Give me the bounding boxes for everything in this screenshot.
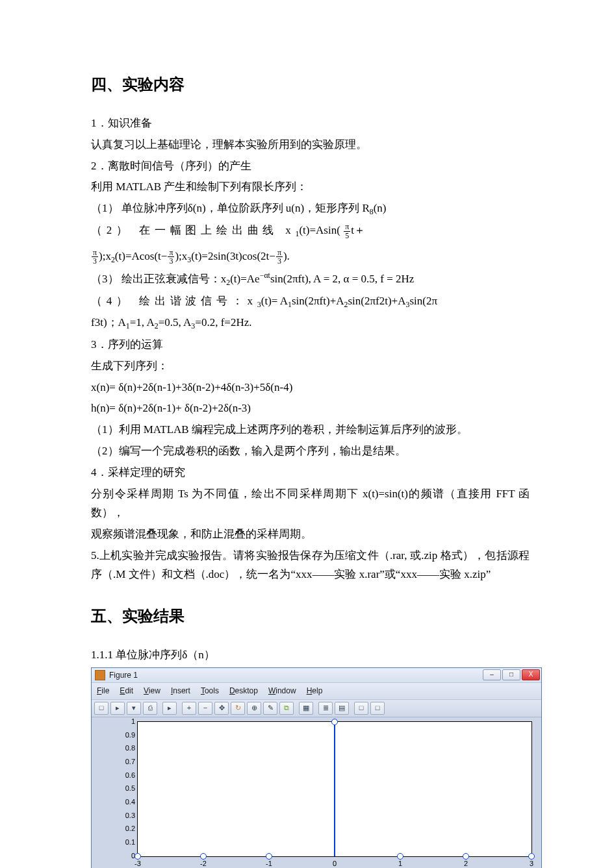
stem-marker (200, 853, 207, 860)
separator (315, 702, 316, 713)
legend-icon[interactable]: ≣ (318, 702, 333, 715)
colorbar-icon[interactable]: ▦ (299, 702, 313, 715)
zoom-out-icon[interactable]: − (198, 702, 212, 715)
menu-help[interactable]: Help (307, 684, 323, 697)
maximize-button[interactable]: □ (502, 669, 520, 680)
pan-icon[interactable]: ✥ (214, 702, 229, 715)
menu-window[interactable]: Window (268, 684, 296, 697)
stem-marker (266, 853, 272, 860)
stem-marker (463, 853, 469, 860)
y-tick-label: 1 (131, 715, 138, 728)
stem-marker (331, 719, 338, 725)
text: 1．知识准备 (91, 114, 530, 133)
y-tick-label: 0.9 (125, 729, 138, 741)
link-icon[interactable]: ⧉ (279, 702, 294, 715)
toolbar: □ ▸ ▾ ⎙ ▸ + − ✥ ↻ ⊕ ✎ ⧉ ▦ ≣ ▤ □ □ (92, 700, 541, 717)
window-titlebar[interactable]: Figure 1 – □ X (92, 668, 541, 683)
y-tick-label: 0.3 (125, 810, 138, 822)
text: h(n)= δ(n)+2δ(n-1)+ δ(n-2)+2δ(n-3) (91, 399, 530, 418)
menu-tools[interactable]: Tools (201, 684, 219, 697)
item-3: （3） 绘出正弦衰减信号：x2(t)=Ae−αtsin(2πft), A = 2… (91, 269, 530, 289)
stem-marker (397, 853, 403, 860)
separator (296, 702, 297, 713)
text: 1.1.1 单位脉冲序列δ（n） (91, 646, 530, 665)
text: 5.上机实验并完成实验报告。请将实验报告保存为压缩文件（.rar, 或.zip … (91, 547, 530, 584)
open-icon[interactable]: ▸ (110, 702, 125, 715)
stem (334, 722, 335, 856)
y-tick-label: 0.8 (125, 743, 138, 755)
plot-tools-icon[interactable]: □ (354, 702, 368, 715)
stem-marker (528, 853, 535, 860)
menu-file[interactable]: File (97, 684, 109, 697)
section4-heading: 四、实验内容 (91, 71, 530, 98)
y-tick-label: 0.5 (125, 783, 138, 795)
item-5: （1）利用 MATLAB 编程完成上述两序列的卷积，并绘制运算后序列的波形。 (91, 421, 530, 440)
data-cursor-icon[interactable]: ⊕ (247, 702, 261, 715)
new-icon[interactable]: □ (94, 702, 109, 715)
axes: 00.10.20.30.40.50.60.70.80.91-3-2-10123 (137, 721, 532, 857)
arrow-icon[interactable]: ▸ (162, 702, 177, 715)
item-2-cont: π3);x2(t)=Acos(t−π3);x3(t)=2sin(3t)cos(2… (91, 247, 530, 267)
y-tick-label: 0.1 (125, 837, 138, 849)
text: 生成下列序列： (91, 357, 530, 376)
separator (159, 702, 160, 713)
rotate-icon[interactable]: ↻ (231, 702, 245, 715)
menu-bar: File Edit View Insert Tools Desktop Wind… (92, 683, 541, 699)
window-title: Figure 1 (109, 669, 138, 682)
menu-desktop[interactable]: Desktop (229, 684, 258, 697)
matlab-icon (95, 670, 105, 680)
text: 3．序列的运算 (91, 336, 530, 354)
print-icon[interactable]: ⎙ (143, 702, 157, 715)
brush-icon[interactable]: ✎ (263, 702, 277, 715)
text: 4．采样定理的研究 (91, 464, 530, 482)
y-tick-label: 0.7 (125, 756, 138, 768)
plot-area[interactable]: 00.10.20.30.40.50.60.70.80.91-3-2-10123 (92, 717, 541, 868)
separator (179, 702, 180, 713)
item-2: （2） 在一幅图上绘出曲线 x1(t)=Asin( π5t＋ (91, 221, 530, 241)
save-icon[interactable]: ▾ (127, 702, 141, 715)
item-4: （4） 绘出谐波信号：x3(t)= A1sin(2πft)+A2sin(2πf2… (91, 292, 530, 312)
text: 2．离散时间信号（序列）的产生 (91, 157, 530, 176)
grid-icon[interactable]: ▤ (335, 702, 349, 715)
hide-tools-icon[interactable]: □ (370, 702, 385, 715)
menu-insert[interactable]: Insert (171, 684, 190, 697)
text: 利用 MATLAB 产生和绘制下列有限长序列： (91, 178, 530, 197)
item-4-cont: f3t)；A1=1, A2=0.5, A3=0.2, f=2Hz. (91, 314, 530, 333)
separator (351, 702, 352, 713)
close-button[interactable]: X (522, 669, 540, 680)
text: 观察频谱混叠现象，和防止混叠的采样周期。 (91, 525, 530, 544)
stem-marker (134, 853, 141, 860)
y-tick-label: 0.2 (125, 823, 138, 836)
text: x(n)= δ(n)+2δ(n-1)+3δ(n-2)+4δ(n-3)+5δ(n-… (91, 378, 530, 397)
item-1: （1） 单位脉冲序列δ(n)，单位阶跃序列 u(n)，矩形序列 R8(n) (91, 199, 530, 219)
menu-view[interactable]: View (144, 684, 160, 697)
menu-edit[interactable]: Edit (120, 684, 133, 697)
y-tick-label: 0.6 (125, 769, 138, 782)
minimize-button[interactable]: – (483, 669, 501, 680)
zoom-in-icon[interactable]: + (182, 702, 196, 715)
y-tick-label: 0.4 (125, 796, 138, 808)
x-tick-label: 0 (333, 856, 337, 868)
section5-heading: 五、实验结果 (91, 603, 530, 630)
text: 认真复习以上基础理论，理解本实验所用到的实验原理。 (91, 136, 530, 155)
item-6: （2）编写一个完成卷积的函数，输入是两个序列，输出是结果。 (91, 442, 530, 461)
text: 分别令采样周期 Ts 为不同值，绘出不同采样周期下 x(t)=sin(t)的频谱… (91, 485, 530, 523)
matlab-figure-window: Figure 1 – □ X File Edit View Insert Too… (91, 667, 542, 868)
